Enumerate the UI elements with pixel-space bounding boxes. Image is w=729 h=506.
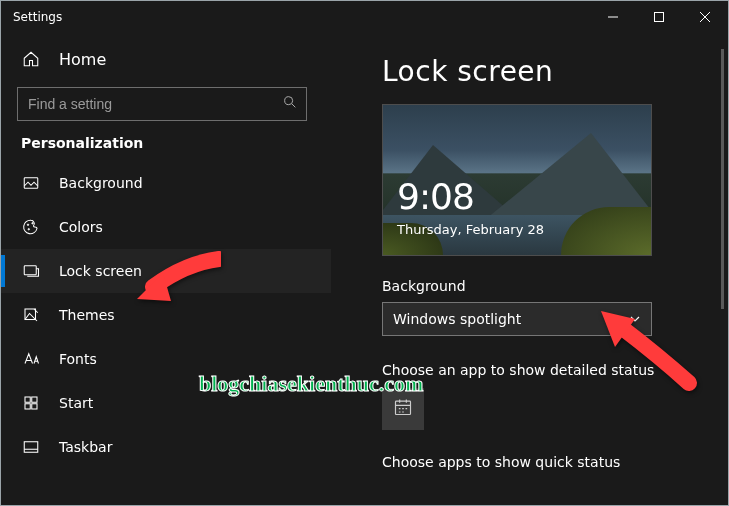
calendar-icon [393, 397, 413, 421]
home-icon [21, 50, 41, 68]
detailed-status-app-tile[interactable] [382, 388, 424, 430]
search-box[interactable] [17, 87, 307, 121]
home-label: Home [59, 50, 106, 69]
sidebar-item-label: Colors [59, 219, 103, 235]
maximize-button[interactable] [636, 1, 682, 33]
detailed-status-label: Choose an app to show detailed status [382, 362, 728, 378]
scrollbar[interactable] [721, 49, 724, 309]
preview-time: 9:08 [397, 176, 474, 217]
search-icon [282, 94, 298, 114]
lockscreen-icon [21, 262, 41, 280]
start-icon [21, 394, 41, 412]
sidebar-item-themes[interactable]: Themes [1, 293, 331, 337]
svg-point-5 [32, 223, 34, 225]
minimize-button[interactable] [590, 1, 636, 33]
sidebar-item-lock-screen[interactable]: Lock screen [1, 249, 331, 293]
category-header: Personalization [1, 135, 331, 161]
sidebar-item-colors[interactable]: Colors [1, 205, 331, 249]
svg-rect-2 [24, 178, 38, 189]
svg-rect-10 [25, 404, 30, 409]
sidebar-item-taskbar[interactable]: Taskbar [1, 425, 331, 469]
preview-date: Thursday, February 28 [397, 222, 544, 237]
svg-rect-6 [24, 266, 36, 275]
window-title: Settings [13, 10, 62, 24]
svg-rect-11 [32, 404, 37, 409]
svg-rect-8 [25, 397, 30, 402]
fonts-icon [21, 350, 41, 368]
search-input[interactable] [28, 96, 282, 112]
palette-icon [21, 218, 41, 236]
sidebar-item-label: Taskbar [59, 439, 112, 455]
svg-rect-12 [24, 442, 38, 453]
image-icon [21, 174, 41, 192]
svg-point-3 [27, 224, 29, 226]
svg-point-1 [285, 97, 293, 105]
sidebar-item-background[interactable]: Background [1, 161, 331, 205]
background-label: Background [382, 278, 728, 294]
window-controls [590, 1, 728, 33]
chevron-down-icon [629, 310, 641, 329]
sidebar-item-fonts[interactable]: Fonts [1, 337, 331, 381]
quick-status-label: Choose apps to show quick status [382, 454, 728, 470]
sidebar-item-label: Start [59, 395, 93, 411]
sidebar-item-label: Themes [59, 307, 115, 323]
page-title: Lock screen [382, 55, 728, 88]
lock-screen-preview[interactable]: 9:08 Thursday, February 28 [382, 104, 652, 256]
close-button[interactable] [682, 1, 728, 33]
svg-rect-9 [32, 397, 37, 402]
home-nav[interactable]: Home [1, 39, 331, 79]
sidebar-item-label: Lock screen [59, 263, 142, 279]
dropdown-value: Windows spotlight [393, 311, 629, 327]
background-dropdown[interactable]: Windows spotlight [382, 302, 652, 336]
svg-rect-0 [655, 13, 664, 22]
svg-point-4 [28, 229, 30, 231]
sidebar-item-label: Fonts [59, 351, 97, 367]
themes-icon [21, 306, 41, 324]
main-panel: Lock screen 9:08 Thursday, February 28 B… [331, 33, 728, 506]
sidebar-item-label: Background [59, 175, 143, 191]
sidebar-item-start[interactable]: Start [1, 381, 331, 425]
taskbar-icon [21, 438, 41, 456]
sidebar: Home Personalization Background Colors [1, 33, 331, 506]
